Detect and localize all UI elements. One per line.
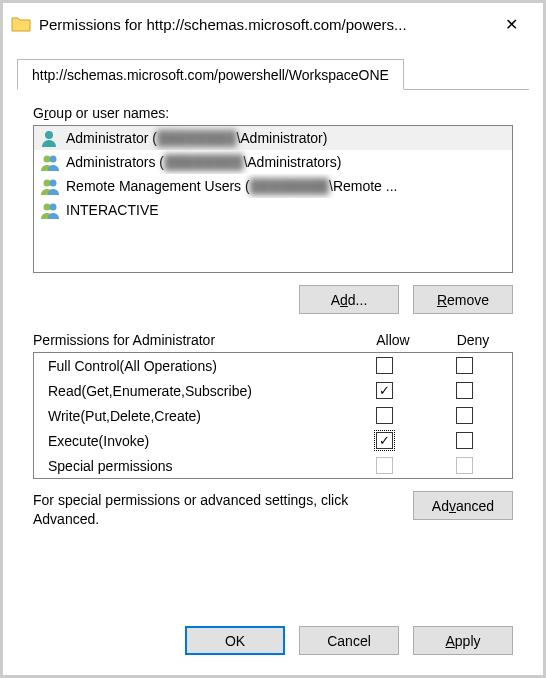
list-item-label: Administrator (████████\Administrator) [66,130,327,146]
titlebar: Permissions for http://schemas.microsoft… [3,3,543,45]
permission-row: Write(Put,Delete,Create) [34,403,512,428]
list-item[interactable]: Administrator (████████\Administrator) [34,126,512,150]
allow-checkbox[interactable] [376,357,393,374]
tab-workspaceone[interactable]: http://schemas.microsoft.com/powershell/… [17,59,404,90]
close-button[interactable]: ✕ [491,15,531,34]
permission-row: Read(Get,Enumerate,Subscribe) [34,378,512,403]
group-icon [40,177,60,195]
allow-checkbox [376,457,393,474]
allow-checkbox[interactable] [376,382,393,399]
svg-point-3 [44,180,51,187]
permission-row: Full Control(All Operations) [34,353,512,378]
svg-point-0 [45,131,53,139]
group-buttons-row: Add... Remove [33,285,513,314]
group-names-listbox[interactable]: Administrator (████████\Administrator)Ad… [33,125,513,273]
apply-button[interactable]: Apply [413,626,513,655]
remove-button[interactable]: Remove [413,285,513,314]
allow-column-header: Allow [353,332,433,348]
ok-button[interactable]: OK [185,626,285,655]
svg-point-4 [50,180,57,187]
deny-checkbox[interactable] [456,382,473,399]
allow-checkbox[interactable] [376,407,393,424]
svg-point-6 [50,204,57,211]
window-title: Permissions for http://schemas.microsoft… [39,16,483,33]
user-icon [40,129,60,147]
svg-point-5 [44,204,51,211]
advanced-hint-row: For special permissions or advanced sett… [33,491,513,529]
list-item[interactable]: INTERACTIVE [34,198,512,222]
permission-name: Full Control(All Operations) [48,358,344,374]
deny-checkbox[interactable] [456,432,473,449]
permissions-for-label: Permissions for Administrator [33,332,353,348]
deny-checkbox[interactable] [456,407,473,424]
advanced-hint-text: For special permissions or advanced sett… [33,491,401,529]
permission-name: Read(Get,Enumerate,Subscribe) [48,383,344,399]
group-icon [40,153,60,171]
svg-point-2 [50,156,57,163]
allow-checkbox[interactable] [376,432,393,449]
list-item[interactable]: Remote Management Users (████████\Remote… [34,174,512,198]
permissions-listbox: Full Control(All Operations)Read(Get,Enu… [33,352,513,479]
svg-point-1 [44,156,51,163]
group-names-label: Group or user names: [33,105,513,121]
deny-column-header: Deny [433,332,513,348]
permission-row: Execute(Invoke) [34,428,512,453]
deny-checkbox [456,457,473,474]
tab-content: Group or user names: Administrator (████… [3,91,543,616]
permission-name: Write(Put,Delete,Create) [48,408,344,424]
list-item-label: Administrators (████████\Administrators) [66,154,341,170]
permissions-header: Permissions for Administrator Allow Deny [33,332,513,348]
folder-icon [11,14,31,34]
group-icon [40,201,60,219]
advanced-button[interactable]: Advanced [413,491,513,520]
add-button[interactable]: Add... [299,285,399,314]
permissions-dialog: Permissions for http://schemas.microsoft… [0,0,546,678]
deny-checkbox[interactable] [456,357,473,374]
list-item-label: Remote Management Users (████████\Remote… [66,178,397,194]
list-item-label: INTERACTIVE [66,202,159,218]
permission-name: Special permissions [48,458,344,474]
permission-row: Special permissions [34,453,512,478]
permission-name: Execute(Invoke) [48,433,344,449]
dialog-footer: OK Cancel Apply [3,616,543,675]
tab-strip: http://schemas.microsoft.com/powershell/… [3,45,543,90]
cancel-button[interactable]: Cancel [299,626,399,655]
list-item[interactable]: Administrators (████████\Administrators) [34,150,512,174]
client-area: http://schemas.microsoft.com/powershell/… [3,45,543,675]
